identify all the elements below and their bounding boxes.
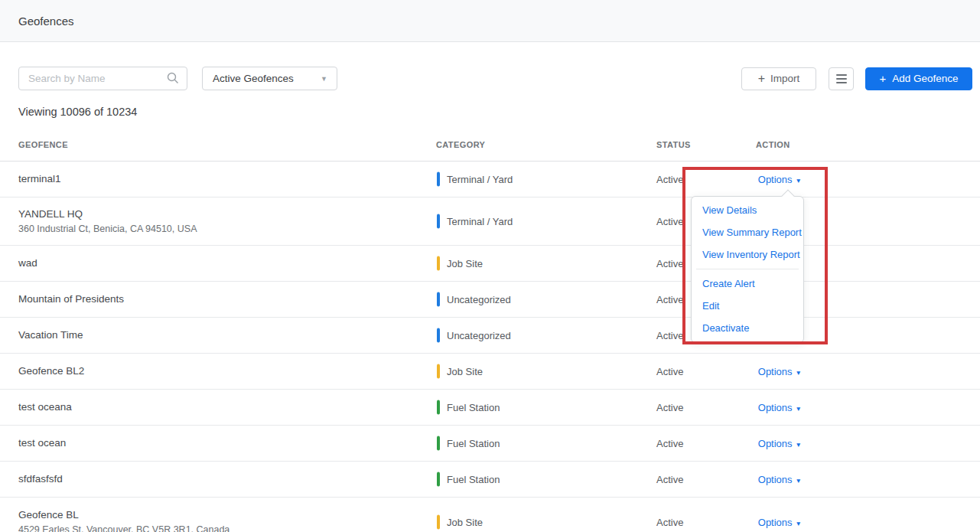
geofence-name-cell: test ocean bbox=[18, 436, 66, 450]
geofence-name-cell: terminal1 bbox=[18, 172, 61, 186]
add-geofence-button-label: Add Geofence bbox=[892, 73, 958, 84]
options-dropdown-link[interactable]: Options▼ bbox=[758, 366, 802, 377]
category-label: Uncategorized bbox=[447, 294, 511, 305]
action-cell: Options▼ bbox=[758, 366, 802, 377]
geofence-address: 360 Industrial Ct, Benicia, CA 94510, US… bbox=[18, 222, 197, 236]
table-row: Vacation Time Uncategorized Active Optio… bbox=[0, 318, 980, 354]
geofence-name-cell: sfdfasfsfd bbox=[18, 472, 63, 486]
category-label: Job Site bbox=[447, 258, 483, 269]
geofence-name-cell: Geofence BL2 bbox=[18, 364, 84, 378]
category-color-bar bbox=[437, 292, 440, 307]
action-cell: Options▼ bbox=[758, 438, 802, 449]
table-header-row: GEOFENCE CATEGORY STATUS ACTION bbox=[0, 136, 980, 162]
category-label: Fuel Station bbox=[447, 402, 500, 413]
options-dropdown-link[interactable]: Options▼ bbox=[758, 174, 802, 185]
page-title: Geofences bbox=[18, 15, 74, 28]
menu-item-view-summary-report[interactable]: View Summary Report bbox=[692, 221, 803, 243]
status-label: Active bbox=[656, 366, 683, 377]
category-color-bar bbox=[437, 400, 440, 415]
table-row: YANDELL HQ 360 Industrial Ct, Benicia, C… bbox=[0, 197, 980, 246]
category-cell: Fuel Station bbox=[437, 472, 500, 487]
menu-item-create-alert[interactable]: Create Alert bbox=[692, 273, 803, 295]
viewing-count: Viewing 10096 of 10234 bbox=[18, 106, 137, 118]
geofence-name-cell: Geofence BL 4529 Earles St, Vancouver, B… bbox=[18, 508, 230, 532]
category-cell: Job Site bbox=[437, 514, 483, 529]
list-view-button[interactable] bbox=[829, 67, 854, 90]
category-cell: Uncategorized bbox=[437, 328, 511, 343]
search-icon bbox=[167, 72, 179, 84]
action-cell: Options▼ bbox=[758, 516, 802, 527]
category-label: Fuel Station bbox=[447, 438, 500, 449]
table-row: Mountain of Presidents Uncategorized Act… bbox=[0, 282, 980, 318]
category-cell: Uncategorized bbox=[437, 292, 511, 307]
geofence-filter-value: Active Geofences bbox=[213, 73, 294, 84]
category-cell: Terminal / Yard bbox=[437, 172, 513, 187]
menu-divider bbox=[696, 269, 799, 269]
add-geofence-button[interactable]: + Add Geofence bbox=[865, 67, 972, 90]
category-cell: Fuel Station bbox=[437, 436, 500, 451]
column-header-category: CATEGORY bbox=[436, 140, 485, 149]
column-header-status: STATUS bbox=[656, 140, 691, 149]
options-dropdown-link[interactable]: Options▼ bbox=[758, 438, 802, 449]
status-label: Active bbox=[656, 474, 683, 485]
table-row: Geofence BL 4529 Earles St, Vancouver, B… bbox=[0, 498, 980, 532]
menu-item-view-inventory-report[interactable]: View Inventory Report bbox=[692, 243, 803, 266]
table-row: wad Job Site Active Options▼ bbox=[0, 246, 980, 282]
status-label: Active bbox=[656, 438, 683, 449]
status-label: Active bbox=[656, 330, 683, 341]
category-color-bar bbox=[437, 214, 440, 229]
status-label: Active bbox=[656, 516, 683, 527]
geofence-name: wad bbox=[18, 256, 37, 270]
menu-item-edit[interactable]: Edit bbox=[692, 295, 803, 317]
category-color-bar bbox=[437, 172, 440, 187]
search-box bbox=[18, 67, 187, 90]
options-dropdown-link[interactable]: Options▼ bbox=[758, 474, 802, 485]
page-header: Geofences bbox=[0, 0, 980, 42]
geofence-name: test ocean bbox=[18, 436, 66, 450]
options-dropdown-link[interactable]: Options▼ bbox=[758, 516, 802, 527]
geofence-name-cell: test oceana bbox=[18, 400, 72, 414]
geofence-address: 4529 Earles St, Vancouver, BC V5R 3R1, C… bbox=[18, 522, 230, 532]
geofence-name: YANDELL HQ bbox=[18, 207, 197, 221]
menu-item-view-details[interactable]: View Details bbox=[692, 199, 803, 221]
plus-icon: + bbox=[879, 72, 886, 85]
category-color-bar bbox=[437, 364, 440, 379]
category-label: Fuel Station bbox=[447, 474, 500, 485]
geofence-name: terminal1 bbox=[18, 172, 61, 186]
table-row: terminal1 Terminal / Yard Active Options… bbox=[0, 162, 980, 197]
status-label: Active bbox=[656, 216, 683, 227]
geofence-name: sfdfasfsfd bbox=[18, 472, 63, 486]
import-button[interactable]: + Import bbox=[741, 67, 816, 90]
action-cell: Options▼ bbox=[758, 402, 802, 413]
toolbar-actions: + Import + Add Geofence bbox=[741, 67, 972, 90]
category-label: Terminal / Yard bbox=[447, 216, 513, 227]
geofence-name-cell: YANDELL HQ 360 Industrial Ct, Benicia, C… bbox=[18, 207, 197, 236]
category-color-bar bbox=[437, 328, 440, 343]
category-label: Job Site bbox=[447, 366, 483, 377]
toolbar: Active Geofences ▼ + Import + Add Geofen… bbox=[18, 67, 972, 90]
status-label: Active bbox=[656, 258, 683, 269]
category-cell: Job Site bbox=[437, 256, 483, 271]
category-color-bar bbox=[437, 256, 440, 271]
hamburger-icon bbox=[836, 74, 847, 83]
chevron-down-icon: ▼ bbox=[796, 369, 802, 377]
category-color-bar bbox=[437, 436, 440, 451]
geofence-name: test oceana bbox=[18, 400, 72, 414]
menu-item-deactivate[interactable]: Deactivate bbox=[692, 317, 803, 339]
import-button-label: Import bbox=[770, 73, 799, 84]
chevron-down-icon: ▼ bbox=[796, 405, 802, 413]
options-dropdown-link[interactable]: Options▼ bbox=[758, 402, 802, 413]
category-label: Terminal / Yard bbox=[447, 174, 513, 185]
category-label: Job Site bbox=[447, 516, 483, 527]
table-row: test ocean Fuel Station Active Options▼ bbox=[0, 426, 980, 462]
search-input[interactable] bbox=[18, 67, 187, 90]
column-header-geofence: GEOFENCE bbox=[18, 140, 68, 149]
geofence-filter-select[interactable]: Active Geofences ▼ bbox=[202, 67, 337, 90]
status-label: Active bbox=[656, 174, 683, 185]
category-label: Uncategorized bbox=[447, 330, 511, 341]
geofence-name-cell: Mountain of Presidents bbox=[18, 292, 124, 306]
action-cell: Options▼ bbox=[758, 474, 802, 485]
status-label: Active bbox=[656, 294, 683, 305]
chevron-down-icon: ▼ bbox=[796, 519, 802, 527]
geofence-name-cell: Vacation Time bbox=[18, 328, 83, 342]
